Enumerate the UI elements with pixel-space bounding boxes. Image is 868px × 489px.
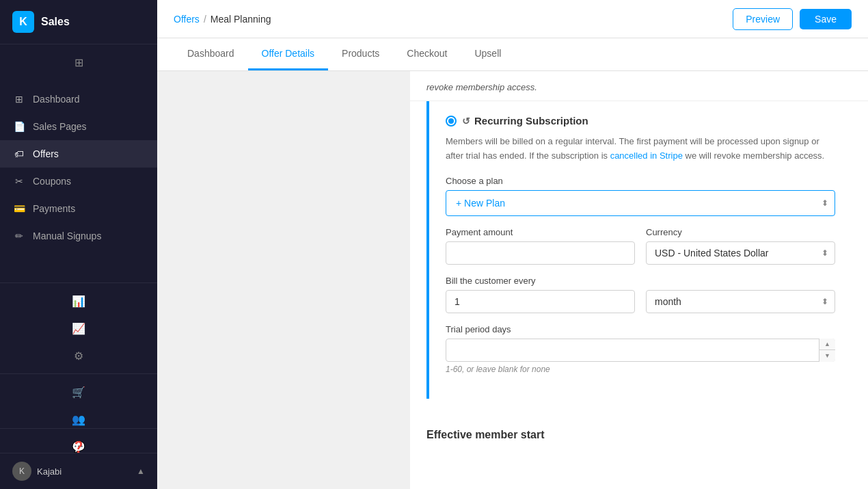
app-name: Sales [41, 16, 70, 28]
tab-dashboard[interactable]: Dashboard [174, 38, 248, 70]
coupons-icon: ✂ [12, 174, 26, 188]
currency-label: Currency [646, 227, 835, 237]
recurring-label: Recurring Subscription [474, 115, 588, 127]
sidebar-user-name: Kajabi [37, 466, 62, 477]
breadcrumb-parent[interactable]: Offers [174, 14, 200, 25]
right-pane: revoke membership access. ↺ Recurring Su… [410, 71, 868, 489]
save-button[interactable]: Save [800, 9, 852, 29]
bill-period-col: day week month year ⬍ [646, 290, 835, 313]
payment-amount-label: Payment amount [446, 227, 635, 237]
sidebar-item-sales-pages[interactable]: 📄 Sales Pages [0, 113, 157, 140]
choose-plan-group: Choose a plan + New Plan ⬍ [446, 176, 835, 216]
payment-amount-input[interactable] [446, 241, 635, 265]
tab-products[interactable]: Products [328, 38, 393, 70]
topbar: Offers / Meal Planning Preview Save [157, 0, 868, 38]
sidebar-item-dashboard[interactable]: ⊞ Dashboard [0, 85, 157, 113]
manual-signups-icon: ✏ [12, 229, 26, 243]
sidebar-icon-growth[interactable]: 📈 [66, 316, 91, 341]
section-title: ↺ Recurring Subscription [462, 115, 588, 127]
effective-member-start-title: Effective member start [426, 429, 852, 441]
sidebar-item-label: Dashboard [33, 94, 80, 105]
stripe-link[interactable]: cancelled in Stripe [610, 150, 683, 161]
sidebar-icon-group-top: ⊞ [0, 44, 157, 80]
trial-input-wrap: ▲ ▼ [446, 339, 835, 362]
sidebar-item-label: Payments [33, 203, 75, 214]
payments-icon: 💳 [12, 202, 26, 215]
sidebar-item-offers[interactable]: 🏷 Offers [0, 140, 157, 168]
recurring-icon: ↺ [462, 116, 470, 127]
payment-amount-col: Payment amount [446, 227, 635, 265]
plan-select[interactable]: + New Plan [446, 190, 835, 216]
trial-group: Trial period days ▲ ▼ 1-60, or leave bla… [446, 324, 835, 374]
bill-row: day week month year ⬍ [446, 290, 835, 313]
section-description: Members will be billed on a regular inte… [446, 135, 835, 163]
currency-select-wrap: USD - United States Dollar EUR - Euro GB… [646, 241, 835, 265]
sidebar-icon-grid[interactable]: ⊞ [66, 50, 91, 75]
sidebar-item-label: Manual Signups [33, 230, 101, 241]
avatar: K [12, 462, 31, 481]
sidebar-nav: ⊞ Dashboard 📄 Sales Pages 🏷 Offers ✂ Cou… [0, 80, 157, 282]
currency-select[interactable]: USD - United States Dollar EUR - Euro GB… [646, 241, 835, 265]
spinner-down-button[interactable]: ▼ [819, 350, 835, 362]
bill-period-select-wrap: day week month year ⬍ [646, 290, 835, 313]
main-area: Offers / Meal Planning Preview Save Dash… [157, 0, 868, 489]
spinner-up-button[interactable]: ▲ [819, 339, 835, 351]
tab-bar: Dashboard Offer Details Products Checkou… [157, 38, 868, 71]
sidebar-item-coupons[interactable]: ✂ Coupons [0, 168, 157, 195]
sidebar-item-label: Sales Pages [33, 121, 87, 132]
tab-checkout[interactable]: Checkout [393, 38, 461, 70]
recurring-radio[interactable] [446, 116, 457, 127]
choose-plan-label: Choose a plan [446, 176, 835, 186]
breadcrumb-current: Meal Planning [211, 14, 271, 25]
offers-icon: 🏷 [12, 147, 26, 161]
bottom-section: Effective member start [410, 415, 868, 458]
spinner-buttons: ▲ ▼ [819, 339, 835, 362]
topbar-actions: Preview Save [733, 8, 852, 30]
sidebar-icon-store[interactable]: 🛒 [66, 380, 91, 404]
sidebar-item-manual-signups[interactable]: ✏ Manual Signups [0, 222, 157, 250]
bill-label: Bill the customer every [446, 276, 835, 286]
sidebar-icon-analytics[interactable]: 📊 [66, 289, 91, 313]
sidebar: K Sales ⊞ ⊞ Dashboard 📄 Sales Pages 🏷 Of… [0, 0, 157, 489]
plan-select-wrap: + New Plan ⬍ [446, 190, 835, 216]
sidebar-icon-settings[interactable]: ⚙ [66, 343, 91, 368]
trial-input[interactable] [446, 339, 835, 362]
bill-number-input[interactable] [446, 290, 635, 313]
scrolled-notice: revoke membership access. [410, 71, 868, 101]
sales-pages-icon: 📄 [12, 120, 26, 133]
content-area: revoke membership access. ↺ Recurring Su… [157, 71, 868, 489]
sidebar-item-label: Coupons [33, 176, 71, 187]
trial-label: Trial period days [446, 324, 835, 334]
left-pane [157, 71, 410, 489]
sidebar-logo: K Sales [0, 0, 157, 44]
breadcrumb: Offers / Meal Planning [174, 14, 733, 25]
bill-number-col [446, 290, 635, 313]
scrolled-text: revoke membership access. [426, 82, 537, 92]
radio-row: ↺ Recurring Subscription [446, 115, 835, 127]
sidebar-item-payments[interactable]: 💳 Payments [0, 195, 157, 222]
trial-hint: 1-60, or leave blank for none [446, 365, 835, 374]
tab-offer-details[interactable]: Offer Details [248, 38, 329, 70]
preview-button[interactable]: Preview [733, 8, 793, 30]
sidebar-item-label: Offers [33, 148, 59, 159]
payment-currency-row: Payment amount Currency USD - United Sta… [446, 227, 835, 265]
breadcrumb-separator: / [204, 14, 206, 25]
tab-upsell[interactable]: Upsell [461, 38, 515, 70]
dashboard-icon: ⊞ [12, 92, 26, 106]
currency-col: Currency USD - United States Dollar EUR … [646, 227, 835, 265]
bill-group: Bill the customer every day week month [446, 276, 835, 313]
recurring-section: ↺ Recurring Subscription Members will be… [426, 101, 852, 399]
chevron-up-icon: ▲ [137, 466, 145, 476]
sidebar-bottom: K Kajabi ▲ [0, 453, 157, 489]
bill-period-select[interactable]: day week month year [646, 290, 835, 313]
app-logo-icon: K [12, 11, 34, 33]
desc-text-2: we will revoke membership access. [686, 150, 825, 161]
